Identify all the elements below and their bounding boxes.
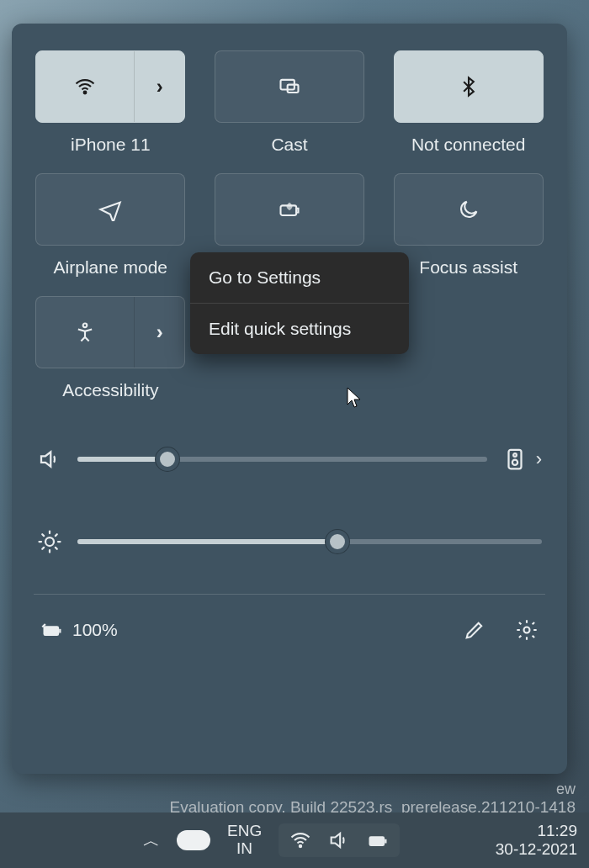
accessibility-tile[interactable]: › [35, 296, 185, 368]
menu-edit-quick-settings[interactable]: Edit quick settings [190, 304, 409, 354]
svg-point-9 [45, 537, 54, 546]
brightness-row [37, 530, 542, 553]
airplane-icon [98, 198, 122, 221]
tile-label: Focus assist [419, 257, 517, 278]
wifi-tile[interactable]: › [35, 50, 185, 123]
svg-point-20 [524, 627, 530, 632]
quick-settings-panel: ›iPhone 11CastNot connectedAirplane mode… [12, 24, 567, 774]
onedrive-icon[interactable] [177, 830, 210, 850]
tile-label: Airplane mode [54, 257, 167, 278]
airplane-tile-wrap: Airplane mode [34, 173, 188, 278]
airplane-tile[interactable] [35, 173, 185, 246]
tray-chevron-up-icon[interactable]: ︿ [143, 829, 160, 852]
svg-rect-23 [385, 839, 386, 844]
svg-rect-18 [44, 626, 60, 636]
audio-output-icon[interactable] [502, 447, 528, 471]
tile-label: Not connected [411, 135, 525, 155]
chevron-right-icon[interactable]: › [536, 448, 542, 470]
battery-plugged-icon [40, 618, 64, 642]
tray-volume-icon [327, 828, 351, 852]
watermark-text: ew Evaluation copy. Build 22523.rs_prere… [170, 781, 576, 817]
tray-wifi-icon [289, 828, 312, 852]
system-tray[interactable] [279, 823, 400, 857]
brightness-icon [37, 530, 62, 553]
tile-label: Accessibility [62, 380, 158, 400]
taskbar: ︿ ENG IN 11:29 30-12-2021 [0, 812, 589, 868]
svg-rect-19 [59, 628, 61, 632]
brightness-slider[interactable] [77, 539, 542, 544]
volume-row: › [37, 447, 542, 471]
settings-gear-icon[interactable] [515, 618, 539, 642]
edit-pencil-icon[interactable] [463, 618, 486, 642]
volume-slider[interactable] [77, 457, 487, 462]
volume-icon [37, 447, 62, 471]
accessibility-tile-wrap: ›Accessibility [34, 296, 188, 400]
focus-assist-tile[interactable] [394, 173, 544, 246]
cast-icon [278, 75, 301, 98]
bluetooth-tile[interactable] [394, 50, 544, 123]
battery-percent: 100% [72, 620, 118, 640]
cast-tile[interactable] [215, 50, 364, 123]
tile-label: Cast [271, 135, 307, 155]
wifi-icon [73, 75, 97, 98]
tray-battery-icon [366, 828, 390, 852]
bluetooth-icon [457, 75, 480, 98]
taskbar-clock[interactable]: 11:29 30-12-2021 [496, 822, 577, 859]
chevron-right-icon[interactable]: › [134, 51, 184, 122]
svg-point-8 [512, 460, 517, 465]
svg-line-16 [42, 548, 44, 549]
svg-point-0 [84, 92, 87, 94]
svg-point-21 [300, 845, 301, 847]
svg-rect-22 [369, 836, 385, 846]
context-menu: Go to Settings Edit quick settings [190, 252, 409, 354]
mouse-cursor-icon [347, 387, 362, 409]
svg-line-15 [56, 548, 57, 549]
sliders-section: › [34, 447, 545, 553]
svg-rect-4 [296, 209, 298, 213]
bluetooth-tile-wrap: Not connected [391, 50, 545, 155]
cast-tile-wrap: Cast [213, 50, 367, 155]
tile-label: iPhone 11 [71, 135, 151, 155]
battery-saver-icon [278, 198, 301, 221]
battery-status[interactable]: 100% [40, 618, 118, 642]
accessibility-icon [73, 320, 97, 344]
svg-rect-2 [288, 85, 299, 93]
svg-line-17 [56, 534, 57, 536]
svg-point-7 [513, 453, 517, 457]
focus-assist-tile-wrap: Focus assist [391, 173, 545, 278]
svg-line-14 [42, 534, 44, 536]
svg-point-5 [83, 324, 88, 328]
wifi-tile-wrap: ›iPhone 11 [34, 50, 188, 155]
menu-go-to-settings[interactable]: Go to Settings [190, 252, 409, 303]
panel-footer: 100% [34, 594, 545, 664]
chevron-right-icon[interactable]: › [134, 297, 184, 368]
moon-icon [457, 198, 480, 221]
battery-saver-tile[interactable] [215, 173, 364, 246]
language-indicator[interactable]: ENG IN [227, 823, 262, 858]
